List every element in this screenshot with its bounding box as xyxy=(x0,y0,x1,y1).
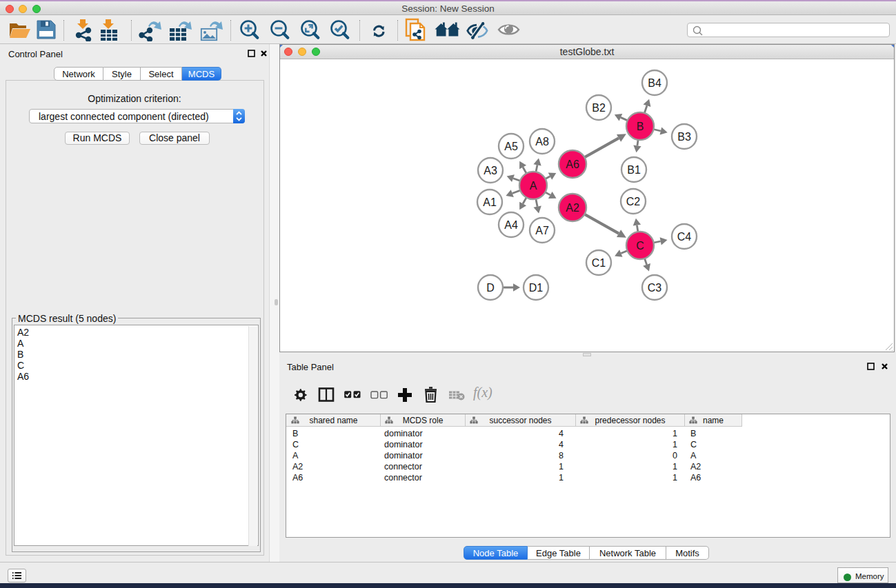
svg-text:A5: A5 xyxy=(504,141,518,152)
svg-text:C: C xyxy=(636,240,644,252)
svg-text:A3: A3 xyxy=(484,165,497,176)
svg-text:A1: A1 xyxy=(483,196,497,208)
svg-text:B1: B1 xyxy=(627,164,641,176)
svg-text:B4: B4 xyxy=(648,77,661,89)
svg-text:C4: C4 xyxy=(677,231,692,243)
svg-text:A2: A2 xyxy=(566,202,579,214)
svg-text:B2: B2 xyxy=(592,102,606,114)
svg-text:B: B xyxy=(637,121,644,132)
svg-text:A6: A6 xyxy=(566,159,579,170)
svg-text:D1: D1 xyxy=(529,282,544,294)
svg-text:D: D xyxy=(486,282,495,294)
svg-text:B3: B3 xyxy=(677,131,691,143)
svg-text:A4: A4 xyxy=(504,219,518,231)
svg-text:C1: C1 xyxy=(592,257,606,269)
svg-text:A8: A8 xyxy=(535,136,549,148)
svg-text:C2: C2 xyxy=(626,196,641,207)
svg-text:C3: C3 xyxy=(648,282,662,294)
svg-text:A7: A7 xyxy=(535,225,549,236)
svg-text:A: A xyxy=(530,180,537,192)
